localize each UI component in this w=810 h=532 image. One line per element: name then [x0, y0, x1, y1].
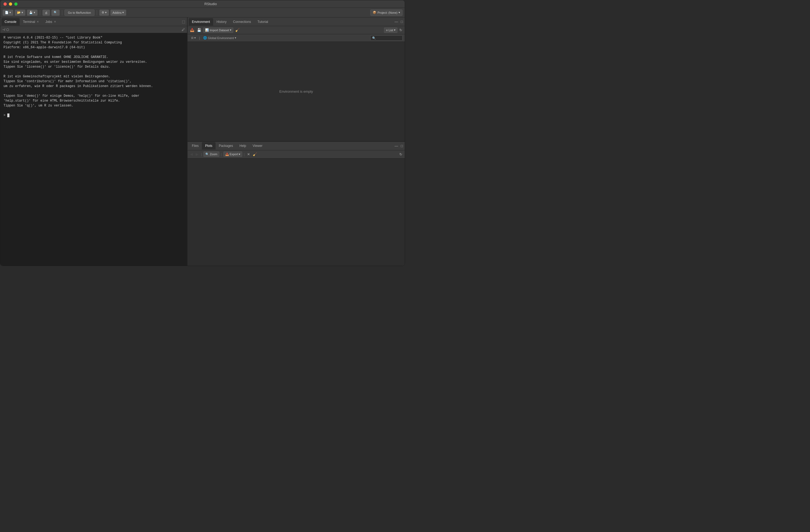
tab-history-label: History	[216, 20, 226, 24]
list-dropdown[interactable]: ≡ List ▾	[384, 28, 398, 33]
new-file-button[interactable]: 📄 ▾	[2, 10, 14, 16]
global-env-bar: R ▾ | 🌐 Global Environment ▾	[188, 34, 405, 42]
project-button[interactable]: 📦 Project: (None) ▾	[370, 10, 403, 16]
maximize-plots-button[interactable]: □	[400, 144, 404, 148]
zoom-button[interactable]: 🔍 Zoom	[204, 151, 219, 157]
console-line-2: Copyright (C) 2021 The R Foundation for …	[3, 40, 184, 45]
plots-content	[188, 159, 405, 266]
console-prompt: >	[3, 113, 184, 118]
plots-panel: Files Plots Packages Help Viewer	[188, 142, 405, 266]
delete-plot-button[interactable]: ✕	[246, 152, 251, 157]
import-dataset-button[interactable]: 📊 Import Dataset ▾	[203, 28, 233, 33]
export-button[interactable]: 📤 Export ▾	[223, 151, 242, 157]
tab-tutorial-label: Tutorial	[257, 20, 268, 24]
tab-terminal-label: Terminal	[23, 20, 35, 24]
refresh-env-button[interactable]: ↻	[399, 28, 403, 32]
plots-refresh-area: ↻	[399, 152, 403, 157]
tab-console-label: Console	[4, 20, 16, 24]
separator-3	[97, 10, 97, 15]
env-save-button[interactable]: 💾	[196, 28, 202, 32]
tab-tutorial[interactable]: Tutorial	[254, 18, 271, 26]
tab-help[interactable]: Help	[236, 142, 249, 149]
tab-console[interactable]: Console	[1, 18, 20, 26]
maximize-env-button[interactable]: □	[400, 19, 404, 24]
list-label: List	[389, 29, 393, 32]
open-chevron: ▾	[21, 11, 23, 14]
plots-toolbar: ◀ ▶ | 🔍 Zoom | 📤 Export ▾ | ✕ 🧹	[188, 150, 405, 159]
save-button[interactable]: 💾 ▾	[27, 10, 38, 16]
new-file-icon: 📄	[5, 11, 9, 14]
export-sep: |	[221, 152, 222, 156]
tab-viewer[interactable]: Viewer	[249, 142, 265, 149]
env-toolbar-right: ≡ List ▾ ↻	[384, 28, 403, 33]
minimize-env-button[interactable]: —	[394, 19, 399, 24]
tab-bar-actions: ⬚	[181, 19, 186, 24]
tools-icon: ⚙	[101, 11, 104, 14]
export-icon: 📤	[225, 152, 229, 156]
list-icon: ≡	[386, 29, 388, 32]
main-content: Console Terminal ✕ Jobs ✕ ⬚ ~/ ⬡ 🖊	[0, 17, 405, 266]
console-path-icon[interactable]: ⬡	[6, 28, 9, 32]
env-load-button[interactable]: 📥	[189, 28, 195, 32]
global-env-button[interactable]: 🌐 Global Environment ▾	[201, 36, 238, 40]
clear-env-button[interactable]: 🧹	[234, 28, 240, 32]
project-icon: 📦	[373, 11, 376, 14]
addins-label: Addins	[113, 11, 122, 14]
addins-chevron: ▾	[122, 11, 124, 14]
tab-history[interactable]: History	[213, 18, 230, 26]
console-line-1: R version 4.0.4 (2021-02-15) -- "Lost Li…	[3, 35, 184, 40]
env-search-input[interactable]	[370, 35, 403, 41]
tab-terminal[interactable]: Terminal ✕	[20, 18, 42, 26]
clear-console-icon[interactable]: 🖊	[182, 28, 185, 32]
console-header: ~/ ⬡ 🖊	[0, 26, 187, 33]
env-content: Environment is empty	[188, 42, 405, 141]
plots-tab-bar: Files Plots Packages Help Viewer	[188, 142, 405, 150]
r-label: R	[191, 36, 193, 39]
tab-files[interactable]: Files	[189, 142, 202, 149]
clear-plots-button[interactable]: 🧹	[252, 152, 258, 157]
tab-packages[interactable]: Packages	[215, 142, 236, 149]
tab-packages-label: Packages	[219, 144, 233, 148]
minimize-plots-button[interactable]: —	[394, 144, 399, 148]
env-window-controls: — □	[394, 19, 404, 24]
print-icon: 🖨	[45, 11, 48, 14]
console-content[interactable]: R version 4.0.4 (2021-02-15) -- "Lost Li…	[0, 33, 187, 266]
project-label: Project: (None)	[377, 11, 398, 14]
console-line-11: 'help.start()' für eine HTML Browserschn…	[3, 98, 184, 103]
env-search-area	[370, 35, 403, 41]
tab-jobs[interactable]: Jobs ✕	[42, 18, 59, 26]
addins-button[interactable]: Addins ▾	[110, 10, 127, 16]
tab-environment[interactable]: Environment	[189, 18, 213, 26]
open-file-button[interactable]: 📂 ▾	[15, 10, 26, 16]
goto-file-button[interactable]: Go to file/function	[64, 10, 95, 16]
print-button[interactable]: 🖨	[42, 10, 50, 16]
env-toolbar: 📥 💾 📊 Import Dataset ▾ 🧹 ≡ List ▾	[188, 26, 405, 34]
import-label: Import Dataset	[210, 29, 229, 32]
maximize-button[interactable]	[14, 2, 17, 6]
main-toolbar: 📄 ▾ 📂 ▾ 💾 ▾ 🖨 🔍 Go to file/function ⚙ ▾ …	[0, 8, 405, 17]
list-chevron: ▾	[394, 28, 395, 32]
delete-sep: |	[244, 152, 245, 156]
zoom-label: Zoom	[210, 152, 217, 156]
r-version-button[interactable]: R ▾	[190, 36, 197, 40]
prev-plot-button[interactable]: ◀	[189, 152, 194, 156]
tab-environment-label: Environment	[192, 20, 210, 24]
console-line-10: Tippen Sie 'demo()' für einige Demos, 'h…	[3, 94, 184, 98]
next-plot-button[interactable]: ▶	[195, 152, 199, 156]
env-tab-bar: Environment History Connections Tutorial…	[188, 17, 405, 26]
tools-button[interactable]: ⚙ ▾	[99, 10, 109, 16]
collapse-console-button[interactable]: ⬚	[181, 19, 186, 24]
console-path: ~/	[2, 28, 5, 32]
open-icon: 📂	[17, 11, 21, 14]
jobs-close-icon[interactable]: ✕	[54, 20, 56, 23]
tab-plots[interactable]: Plots	[202, 142, 215, 149]
left-pane: Console Terminal ✕ Jobs ✕ ⬚ ~/ ⬡ 🖊	[0, 17, 188, 266]
console-line-4: R ist freie Software und kommt OHNE JEGL…	[3, 55, 184, 60]
tab-jobs-label: Jobs	[45, 20, 52, 24]
minimize-button[interactable]	[9, 2, 12, 6]
find-button[interactable]: 🔍	[51, 10, 60, 16]
close-button[interactable]	[3, 2, 7, 6]
refresh-plots-button[interactable]: ↻	[399, 152, 403, 157]
terminal-close-icon[interactable]: ✕	[37, 20, 39, 23]
tab-connections[interactable]: Connections	[230, 18, 254, 26]
